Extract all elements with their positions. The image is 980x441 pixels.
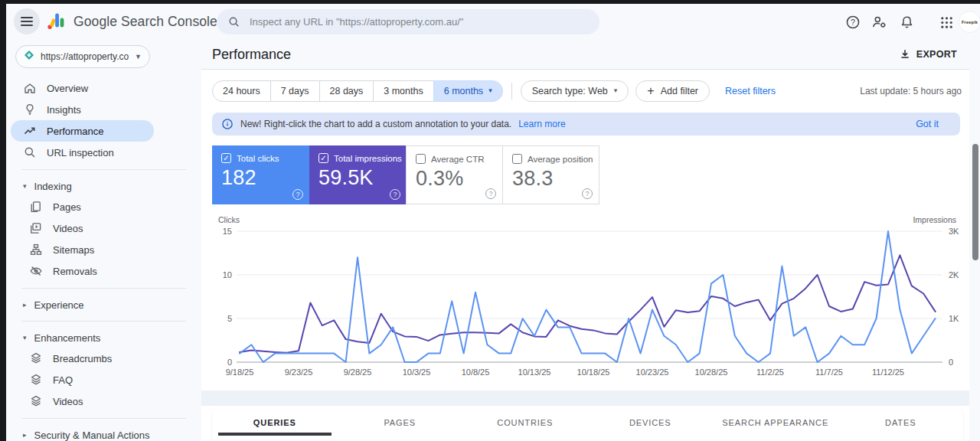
property-label: https://attoproperty.co... [41, 51, 129, 62]
tab-devices[interactable]: DEVICES [588, 406, 714, 441]
sidebar-item-pages[interactable]: Pages [6, 196, 201, 217]
chip-7-days[interactable]: 7 days [270, 80, 320, 102]
svg-text:?: ? [851, 18, 855, 27]
search-type-filter[interactable]: Search type: Web ▾ [521, 80, 629, 102]
svg-text:0: 0 [227, 358, 232, 367]
sidebar-section-security[interactable]: ▸ Security & Manual Actions [6, 425, 201, 441]
export-button[interactable]: EXPORT [891, 48, 965, 60]
metric-label: Total impressions [334, 154, 402, 163]
svg-text:2K: 2K [949, 270, 959, 279]
checkbox-checked-icon[interactable]: ✓ [318, 153, 328, 163]
tab-queries[interactable]: QUERIES [212, 406, 338, 441]
sidebar-item-label: Breadcrumbs [53, 353, 112, 364]
google-apps-button[interactable] [938, 14, 955, 31]
tab-search-appearance[interactable]: SEARCH APPEARANCE [713, 406, 838, 441]
sidebar-item-insights[interactable]: Insights [6, 99, 201, 120]
help-icon: ? [845, 15, 861, 30]
total-clicks-card[interactable]: ✓Total clicks 182 ? [212, 145, 309, 204]
help-icon[interactable]: ? [485, 188, 496, 199]
sidebar-item-label: Insights [47, 104, 81, 116]
average-position-card[interactable]: Average position 38.3 ? [502, 145, 599, 204]
search-type-label: Search type: Web [532, 86, 608, 96]
layers-icon [29, 351, 43, 365]
user-settings-button[interactable] [871, 14, 887, 31]
tab-dates[interactable]: DATES [838, 406, 964, 441]
metric-label: Average position [528, 155, 593, 164]
sidebar-item-overview[interactable]: Overview [6, 77, 201, 99]
checkbox-unchecked-icon[interactable] [512, 154, 522, 164]
chevron-down-icon: ▾ [614, 87, 618, 94]
sidebar-item-videos-indexing[interactable]: Videos [6, 217, 201, 239]
help-icon[interactable]: ? [390, 189, 400, 200]
svg-text:11/2/25: 11/2/25 [756, 368, 784, 377]
add-filter-button[interactable]: + Add filter [635, 80, 710, 102]
divider [21, 169, 186, 170]
brand: Google Search Console [46, 4, 217, 40]
help-button[interactable]: ? [844, 14, 861, 31]
chip-3-months[interactable]: 3 months [373, 80, 433, 102]
screen: Google Search Console ? Freepik [0, 0, 980, 441]
bell-icon [900, 15, 914, 30]
property-selector[interactable]: https://attoproperty.co... ▼ [15, 45, 150, 68]
notifications-button[interactable] [898, 14, 915, 31]
svg-text:9/18/25: 9/18/25 [226, 368, 254, 377]
search-console-logo-icon [46, 11, 67, 33]
sidebar-item-sitemaps[interactable]: Sitemaps [6, 239, 201, 260]
got-it-button[interactable]: Got it [911, 118, 943, 130]
tab-pages[interactable]: PAGES [338, 406, 463, 441]
topbar: Google Search Console ? Freepik [6, 4, 980, 40]
chip-6-months[interactable]: 6 months ▾ [433, 80, 503, 102]
account-avatar[interactable]: Freepik [959, 11, 980, 33]
content-body: 24 hours 7 days 28 days 3 months 6 month… [201, 70, 969, 441]
reset-filters-link[interactable]: Reset filters [720, 85, 780, 97]
svg-text:10/28/25: 10/28/25 [695, 368, 728, 377]
clicks-impressions-chart[interactable]: 0051K102K153KClicksImpressions9/18/259/2… [201, 214, 969, 379]
page-title: Performance [212, 47, 291, 63]
sidebar-item-label: Videos [53, 223, 83, 234]
performance-chart[interactable]: 0051K102K153KClicksImpressions9/18/259/2… [201, 214, 969, 379]
filter-row: 24 hours 7 days 28 days 3 months 6 month… [201, 70, 969, 102]
sidebar-item-label: Pages [53, 201, 81, 213]
layers-icon [29, 394, 43, 408]
user-settings-icon [871, 15, 887, 30]
help-icon[interactable]: ? [292, 189, 303, 200]
sidebar-item-breadcrumbs[interactable]: Breadcrumbs [6, 348, 201, 369]
sidebar-section-enhancements[interactable]: ▾ Enhancements [6, 328, 201, 348]
search-icon [227, 15, 240, 28]
average-ctr-card[interactable]: Average CTR 0.3% ? [406, 145, 503, 204]
url-inspect-searchbox[interactable] [217, 9, 599, 34]
svg-text:15: 15 [223, 227, 232, 236]
chip-24-hours[interactable]: 24 hours [212, 80, 271, 102]
main-content: Performance EXPORT 24 hours 7 days 28 da… [201, 40, 969, 441]
section-gap [201, 390, 980, 406]
search-input[interactable] [248, 15, 589, 28]
sidebar-item-performance[interactable]: Performance [11, 120, 154, 142]
chip-28-days[interactable]: 28 days [319, 80, 374, 102]
checkbox-unchecked-icon[interactable] [416, 154, 426, 164]
sidebar-item-videos-enhancement[interactable]: Videos [6, 390, 201, 412]
sidebar-item-label: FAQ [53, 374, 73, 386]
sidebar-item-faq[interactable]: FAQ [6, 369, 201, 390]
banner-text: New! Right-click the chart to add a cust… [240, 119, 511, 129]
learn-more-link[interactable]: Learn more [518, 119, 565, 129]
total-impressions-card[interactable]: ✓Total impressions 59.5K ? [309, 145, 407, 204]
tab-countries[interactable]: COUNTRIES [462, 406, 588, 441]
chip-label: 6 months [444, 81, 483, 101]
sidebar-item-label: Overview [47, 83, 88, 94]
chevron-down-icon: ▾ [23, 335, 27, 341]
sidebar-item-removals[interactable]: Removals [6, 260, 201, 282]
divider [21, 418, 186, 419]
sidebar-section-experience[interactable]: ▸ Experience [6, 295, 201, 315]
date-range-chips: 24 hours 7 days 28 days 3 months 6 month… [212, 80, 503, 102]
scrollbar-thumb[interactable] [972, 144, 978, 260]
sidebar-item-url-inspection[interactable]: URL inspection [6, 142, 201, 163]
help-icon[interactable]: ? [582, 188, 593, 199]
checkbox-checked-icon[interactable]: ✓ [221, 153, 231, 163]
svg-text:11/7/25: 11/7/25 [815, 368, 843, 377]
layers-icon [29, 373, 43, 387]
main-menu-button[interactable] [14, 8, 40, 34]
pages-icon [29, 200, 43, 214]
sidebar-section-indexing[interactable]: ▾ Indexing [6, 176, 201, 196]
metric-value: 182 [221, 166, 302, 190]
svg-text:10/3/25: 10/3/25 [403, 368, 431, 377]
